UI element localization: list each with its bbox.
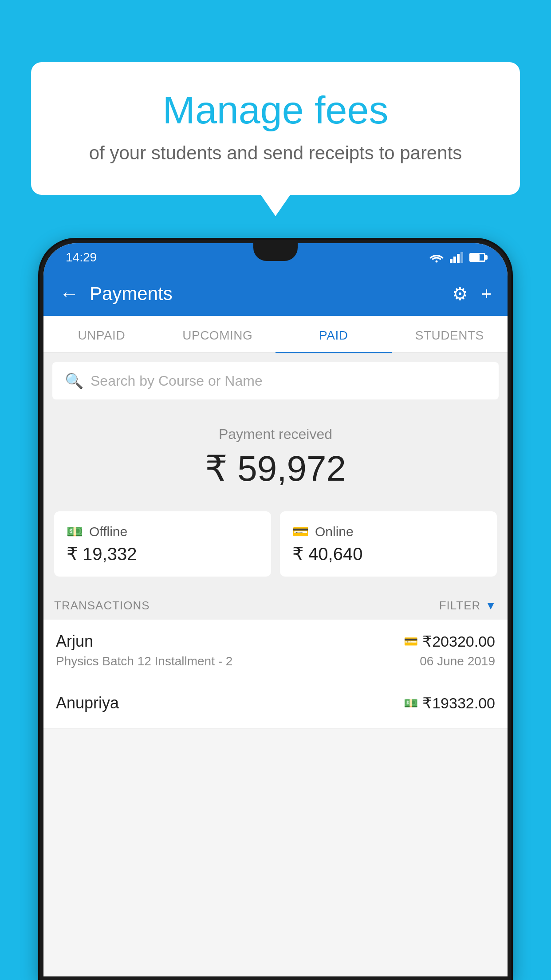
status-time: 14:29 (66, 250, 97, 265)
offline-card-header: 💵 Offline (67, 524, 259, 539)
svg-rect-2 (453, 257, 456, 263)
transaction-bottom: Physics Batch 12 Installment - 2 06 June… (56, 654, 495, 668)
wifi-icon (429, 252, 444, 263)
content-area: 🔍 Search by Course or Name Payment recei… (43, 353, 508, 729)
svg-rect-3 (457, 254, 460, 263)
status-icons (429, 252, 485, 263)
card-icon: 💳 (292, 524, 309, 539)
bubble-subtitle: of your students and send receipts to pa… (67, 142, 484, 164)
offline-amount: ₹ 19,332 (67, 544, 259, 564)
search-bar[interactable]: 🔍 Search by Course or Name (52, 362, 499, 399)
transaction-name: Arjun (56, 632, 93, 651)
offline-label: Offline (89, 524, 127, 539)
transaction-top: Arjun 💳 ₹20320.00 (56, 632, 495, 651)
signal-icon (450, 252, 463, 263)
back-button[interactable]: ← (59, 284, 79, 304)
svg-rect-4 (460, 252, 463, 263)
transaction-top: Anupriya 💵 ₹19332.00 (56, 694, 495, 712)
speech-bubble-container: Manage fees of your students and send re… (31, 62, 520, 195)
online-card-header: 💳 Online (292, 524, 484, 539)
tabs-bar: UNPAID UPCOMING PAID STUDENTS (43, 316, 508, 353)
online-card: 💳 Online ₹ 40,640 (280, 511, 497, 577)
tab-unpaid[interactable]: UNPAID (43, 316, 160, 352)
offline-card: 💵 Offline ₹ 19,332 (54, 511, 271, 577)
payment-received-section: Payment received ₹ 59,972 (43, 408, 508, 502)
transaction-date: 06 June 2019 (420, 654, 495, 668)
transactions-label: TRANSACTIONS (54, 599, 150, 612)
header-actions: ⚙ + (452, 284, 492, 304)
bubble-title: Manage fees (67, 89, 484, 132)
transaction-name: Anupriya (56, 694, 119, 712)
filter-label: FILTER (439, 599, 481, 612)
transaction-amount-row: 💵 ₹19332.00 (404, 694, 495, 712)
speech-bubble: Manage fees of your students and send re… (31, 62, 520, 195)
search-placeholder: Search by Course or Name (91, 373, 263, 389)
status-bar: 14:29 (43, 243, 508, 272)
search-icon: 🔍 (65, 372, 83, 390)
battery-icon (469, 253, 485, 262)
payment-cards: 💵 Offline ₹ 19,332 💳 Online ₹ 40,640 (43, 502, 508, 590)
notch (253, 243, 298, 261)
app-header: ← Payments ⚙ + (43, 272, 508, 316)
page-title: Payments (90, 283, 452, 304)
add-icon[interactable]: + (481, 284, 492, 304)
payment-total-amount: ₹ 59,972 (52, 448, 499, 489)
transaction-amount: ₹19332.00 (422, 694, 495, 712)
payment-received-label: Payment received (52, 426, 499, 443)
transaction-row[interactable]: Anupriya 💵 ₹19332.00 (43, 681, 508, 729)
svg-point-0 (436, 261, 438, 263)
filter-button[interactable]: FILTER ▼ (439, 599, 497, 612)
transaction-row[interactable]: Arjun 💳 ₹20320.00 Physics Batch 12 Insta… (43, 620, 508, 681)
svg-rect-1 (450, 259, 453, 263)
transaction-course: Physics Batch 12 Installment - 2 (56, 654, 232, 668)
online-amount: ₹ 40,640 (292, 544, 484, 564)
phone-frame: 14:29 (40, 240, 511, 980)
transaction-amount-row: 💳 ₹20320.00 (404, 632, 495, 650)
tab-students[interactable]: STUDENTS (392, 316, 508, 352)
transaction-amount: ₹20320.00 (422, 632, 495, 650)
online-label: Online (315, 524, 354, 539)
tab-paid[interactable]: PAID (276, 316, 392, 352)
card-payment-icon: 💳 (404, 635, 418, 648)
phone-screen: 14:29 (43, 243, 508, 976)
settings-icon[interactable]: ⚙ (452, 284, 468, 304)
cash-icon: 💵 (67, 524, 83, 539)
tab-upcoming[interactable]: UPCOMING (160, 316, 276, 352)
filter-icon: ▼ (485, 599, 497, 612)
transactions-header: TRANSACTIONS FILTER ▼ (43, 590, 508, 620)
cash-payment-icon: 💵 (404, 696, 418, 710)
